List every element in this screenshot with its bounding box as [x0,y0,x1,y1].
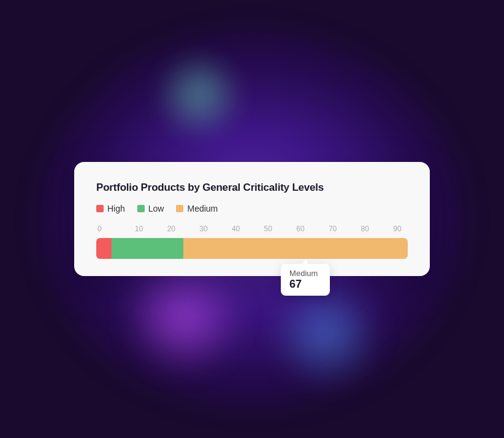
axis-80: 80 [356,225,374,233]
axis-10: 10 [130,225,148,233]
bar-high[interactable] [96,238,112,259]
axis-70: 70 [324,225,342,233]
bar-medium[interactable]: Medium 67 [183,238,408,259]
tooltip: Medium 67 [281,264,330,296]
legend-item-low: Low [137,204,164,213]
legend-dot-medium [176,205,183,212]
chart-bar-container: Medium 67 [96,238,408,259]
legend-label-high: High [107,204,125,213]
axis-90: 90 [388,225,407,233]
legend-item-medium: Medium [176,204,218,213]
axis-60: 60 [291,225,310,233]
chart-title: Portfolio Products by General Criticalit… [96,182,408,194]
legend-dot-low [137,205,145,212]
blob-green [153,49,245,141]
axis-30: 30 [194,225,213,233]
chart-card: Portfolio Products by General Criticalit… [74,162,430,276]
chart-axis: 0 10 20 30 40 50 60 70 80 90 [96,225,408,233]
chart-legend: High Low Medium [96,204,408,213]
legend-label-medium: Medium [187,204,218,213]
axis-40: 40 [227,225,245,233]
legend-dot-high [96,205,104,212]
bar-low[interactable] [112,238,183,259]
axis-0: 0 [97,225,116,233]
tooltip-value: 67 [289,278,321,291]
axis-20: 20 [162,225,180,233]
tooltip-label: Medium [289,269,321,278]
axis-50: 50 [259,225,277,233]
legend-label-low: Low [148,204,164,213]
legend-item-high: High [96,204,125,213]
